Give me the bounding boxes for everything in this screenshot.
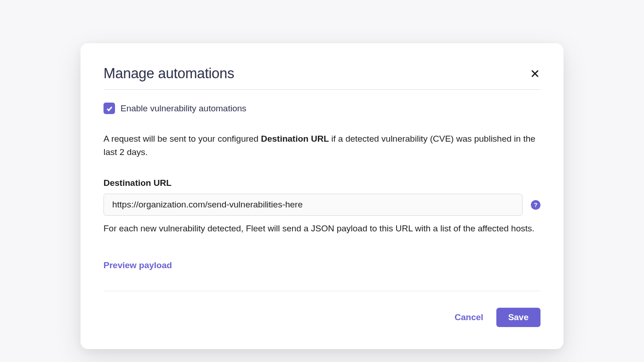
- modal-title: Manage automations: [104, 65, 234, 82]
- modal-header: Manage automations: [104, 65, 540, 90]
- enable-automations-row: Enable vulnerability automations: [104, 103, 540, 114]
- description-pre: A request will be sent to your configure…: [104, 134, 261, 144]
- destination-url-field-group: Destination URL ? For each new vulnerabi…: [104, 178, 540, 236]
- enable-automations-checkbox[interactable]: [104, 103, 115, 114]
- enable-automations-label: Enable vulnerability automations: [121, 103, 247, 114]
- help-icon[interactable]: ?: [531, 200, 540, 210]
- destination-url-input[interactable]: [104, 194, 523, 216]
- destination-url-input-row: ?: [104, 194, 540, 216]
- destination-url-helper: For each new vulnerability detected, Fle…: [104, 222, 540, 236]
- modal-footer: Cancel Save: [104, 308, 540, 327]
- close-icon: [531, 70, 539, 77]
- description-bold: Destination URL: [261, 134, 329, 144]
- cancel-button[interactable]: Cancel: [451, 308, 487, 327]
- save-button[interactable]: Save: [496, 308, 540, 327]
- destination-url-label: Destination URL: [104, 178, 540, 188]
- description-text: A request will be sent to your configure…: [104, 132, 540, 159]
- checkmark-icon: [106, 105, 113, 112]
- preview-payload-link[interactable]: Preview payload: [104, 260, 172, 270]
- footer-divider: [104, 291, 540, 291]
- manage-automations-modal: Manage automations Enable vulnerability …: [80, 43, 564, 349]
- close-button[interactable]: [529, 68, 540, 79]
